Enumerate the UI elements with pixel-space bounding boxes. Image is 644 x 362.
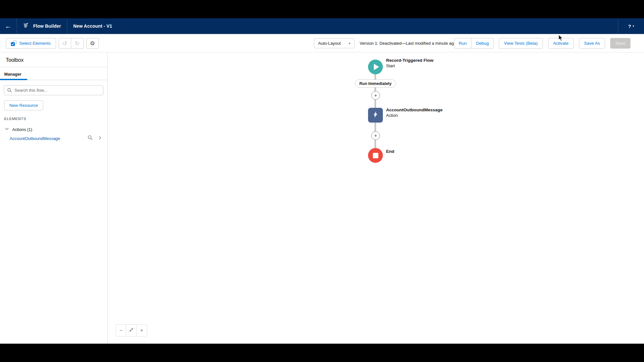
plus-icon: + [374,133,377,138]
node-subtitle: Action [386,113,489,118]
chevron-down-icon [5,126,9,132]
redo-button[interactable]: ↻ [71,38,84,49]
undo-button[interactable]: ↺ [59,38,71,49]
flow-builder-app: ← Flow Builder New Account - V1 ? [0,18,644,344]
layout-mode-value: Auto-Layout [318,41,341,46]
help-icon: ? [628,23,631,29]
add-element-button[interactable]: + [371,131,380,140]
settings-button[interactable]: ⚙ [86,38,99,49]
undo-icon: ↺ [62,41,67,46]
select-elements-button[interactable]: Select Elements [6,38,56,49]
actions-group-label: Actions (1) [12,127,32,132]
add-element-button[interactable]: + [371,91,380,100]
play-icon [374,64,379,70]
chevron-down-icon: ▾ [633,24,634,28]
top-header: ← Flow Builder New Account - V1 ? [0,18,644,34]
start-node[interactable] [368,60,383,74]
flow-title: New Account - V1 [67,18,118,34]
item-actions [88,135,102,142]
node-title: AccountOutboundMessage [386,107,489,113]
toolbar-right-cluster: Run Debug View Tests (Beta) Activate Sav… [454,38,630,49]
start-node-label: Record-Triggered Flow Start [386,58,489,69]
action-node-label: AccountOutboundMessage Action [386,107,489,118]
flow-builder-logo-icon [23,22,30,30]
flow-search [4,85,103,95]
view-tests-button[interactable]: View Tests (Beta) [499,38,543,49]
toolbox-panel: Toolbox Manager New Resource ELEMENTS [0,52,108,344]
screen: ← Flow Builder New Account - V1 ? [0,0,644,362]
multi-select-icon [11,41,16,46]
minus-icon: − [119,328,122,333]
action-node[interactable] [368,108,383,123]
plus-icon: + [374,93,377,98]
redo-icon: ↻ [75,41,80,46]
version-status-text: Version 1: Deactivated—Last modified a m… [360,34,456,52]
stop-icon [373,153,378,158]
body: Toolbox Manager New Resource ELEMENTS [0,52,644,344]
end-node[interactable] [368,148,383,163]
undo-redo-group: ↺ ↻ [59,38,84,49]
fit-to-view-button[interactable] [126,325,137,336]
node-subtitle: Start [386,63,489,69]
gear-icon: ⚙ [90,41,95,46]
chevron-down-icon: ▾ [349,42,350,45]
search-input[interactable] [4,85,103,95]
search-icon [7,88,12,94]
chevron-right-icon[interactable] [98,135,102,141]
new-resource-button[interactable]: New Resource [4,100,43,110]
help-menu-button[interactable]: ? ▾ [618,18,644,34]
find-in-canvas-icon[interactable] [88,135,93,142]
back-button[interactable]: ← [0,18,16,34]
toolbar: Select Elements ↺ ↻ ⚙ Auto-Layout ▾ [0,34,644,52]
app-name: Flow Builder [33,23,61,29]
list-item: AccountOutboundMessage [10,135,103,142]
tab-manager[interactable]: Manager [4,72,21,77]
activate-button[interactable]: Activate [548,38,574,49]
toolbar-left-cluster: Select Elements ↺ ↻ ⚙ [6,38,99,49]
node-title: Record-Triggered Flow [386,58,489,63]
layout-mode-dropdown[interactable]: Auto-Layout ▾ [314,38,355,48]
compress-arrows-icon [129,328,134,333]
run-immediately-badge: Run Immediately [355,79,396,88]
save-as-button[interactable]: Save As [579,38,605,49]
back-arrow-icon: ← [5,22,12,30]
element-link-accountoutboundmessage[interactable]: AccountOutboundMessage [10,136,88,141]
debug-button[interactable]: Debug [471,38,494,49]
canvas-zoom-controls: − + [116,324,147,337]
actions-group-toggle[interactable]: Actions (1) [5,126,107,132]
zoom-in-button[interactable]: + [137,325,147,336]
end-node-label: End [386,149,489,154]
zoom-out-button[interactable]: − [116,325,126,336]
elements-heading: ELEMENTS [4,117,107,121]
node-title: End [386,149,489,154]
select-elements-label: Select Elements [19,41,51,46]
toolbox-tabs: Manager [0,67,107,80]
active-tab-indicator [0,79,27,80]
plus-icon: + [140,328,143,333]
run-button[interactable]: Run [454,38,472,49]
flow-canvas[interactable]: Record-Triggered Flow Start Run Immediat… [108,52,644,344]
toolbox-title: Toolbox [0,52,107,67]
help-region: ? ▾ [618,18,644,34]
lightning-icon [372,111,379,119]
brand: Flow Builder [17,18,67,34]
save-button: Save [610,38,630,49]
run-debug-group: Run Debug [454,38,494,49]
